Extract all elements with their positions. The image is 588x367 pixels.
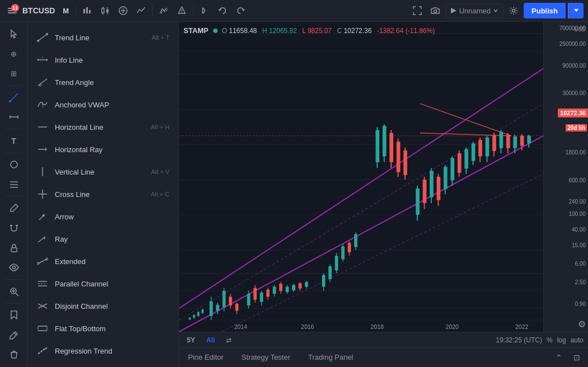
svg-line-65 <box>43 304 47 306</box>
svg-text:i: i <box>42 55 43 59</box>
period-5y[interactable]: 5Y <box>184 335 199 345</box>
svg-point-75 <box>45 348 47 350</box>
compare-button[interactable] <box>133 3 149 18</box>
crosshair-tool[interactable]: ⊕ <box>4 44 24 63</box>
svg-point-21 <box>9 100 11 102</box>
drawing-item-trend-angle[interactable]: Trend Angle <box>28 71 178 93</box>
drawing-label-trend-line: Trend Line <box>55 34 145 42</box>
drawing-icon-disjoint-channel <box>37 300 48 312</box>
svg-line-37 <box>14 333 16 335</box>
sidebar-divider-3 <box>6 153 22 153</box>
zoom-in-tool[interactable] <box>4 281 24 301</box>
svg-point-18 <box>512 10 515 12</box>
svg-marker-49 <box>45 148 47 151</box>
drawing-icon-trend-angle <box>37 77 48 88</box>
tab-strategy-tester[interactable]: Strategy Tester <box>233 348 299 367</box>
chart-area[interactable]: STAMP O 11658.48 H 12065.82 L 9825.07 C … <box>179 22 543 332</box>
redo-button[interactable] <box>233 3 248 18</box>
svg-rect-131 <box>298 283 302 288</box>
drawing-icon-trend-line <box>37 32 48 43</box>
drawing-icon-horizontal-ray <box>37 144 48 155</box>
drawing-label-parallel-channel: Parallel Channel <box>55 280 170 288</box>
change-value: -1382.64 (-11.86%) <box>377 27 435 35</box>
fibonacci-tool[interactable] <box>4 175 24 194</box>
menu-button[interactable]: 11 <box>4 3 20 18</box>
drawing-item-arrow[interactable]: Arrow <box>28 205 178 228</box>
add-indicator-button[interactable] <box>115 3 131 18</box>
svg-rect-177 <box>486 138 490 156</box>
tab-trading-panel[interactable]: Trading Panel <box>299 348 362 367</box>
divider-1 <box>76 5 76 16</box>
time-badge: 20d 5h <box>566 124 587 131</box>
drawing-item-horizontal-line[interactable]: Horizontal Line Alt + H <box>28 116 178 138</box>
svg-rect-123 <box>273 287 276 294</box>
drawing-item-ray[interactable]: Ray <box>28 228 178 250</box>
tab-controls: ⌃ ⊡ <box>552 351 588 364</box>
screenshot-button[interactable] <box>427 3 443 18</box>
settings-button[interactable] <box>506 3 521 18</box>
drawing-item-anchored-vwap[interactable]: Anchored VWAP <box>28 93 178 116</box>
live-dot <box>213 29 218 33</box>
drawing-item-regression-trend[interactable]: Regression Trend <box>28 340 178 362</box>
svg-rect-145 <box>354 234 357 247</box>
price-level-40_00: 40.00 <box>572 227 586 233</box>
drawing-label-vertical-line: Vertical Line <box>55 168 144 176</box>
drawing-label-regression-trend: Regression Trend <box>55 347 170 355</box>
compare-timeseries-btn[interactable]: ⇄ <box>223 334 235 346</box>
main-area: ⊕ ⊞ T <box>0 22 588 367</box>
drawing-item-trend-line[interactable]: Trend Line Alt + T <box>28 26 178 49</box>
chart-name-button[interactable]: Unnamed <box>445 4 504 18</box>
drawing-item-cross-line[interactable]: Cross Line Alt + C <box>28 183 178 205</box>
fullscreen-button[interactable] <box>410 3 425 18</box>
tab-pine-editor[interactable]: Pine Editor <box>179 348 233 367</box>
timeframe-button[interactable]: M <box>59 6 72 16</box>
bar-chart-button[interactable] <box>79 3 95 18</box>
replay-start-button[interactable] <box>197 3 213 18</box>
alert-button[interactable] <box>174 3 190 18</box>
svg-rect-115 <box>247 294 251 305</box>
svg-text:2014: 2014 <box>234 323 247 330</box>
symbol-label[interactable]: BTCUSD <box>22 6 55 15</box>
drawing-item-flat-top-bottom[interactable]: Flat Top/Bottom <box>28 317 178 340</box>
text-tool[interactable]: T <box>4 131 24 150</box>
drawing-tool[interactable] <box>4 87 24 107</box>
left-sidebar: ⊕ ⊞ T <box>0 22 28 367</box>
drawing-item-horizontal-ray[interactable]: Horizontal Ray <box>28 138 178 161</box>
cursor-tool[interactable] <box>4 24 24 44</box>
svg-rect-141 <box>341 246 345 259</box>
candle-chart-button[interactable] <box>97 3 113 18</box>
svg-text:2020: 2020 <box>446 323 459 330</box>
brush-tool[interactable] <box>4 198 24 218</box>
lock-tool[interactable] <box>4 238 24 257</box>
undo-button[interactable] <box>215 3 231 18</box>
period-all[interactable]: All <box>203 335 218 345</box>
shapes-tool[interactable] <box>4 155 24 175</box>
drawing-item-parallel-channel[interactable]: Parallel Channel <box>28 272 178 295</box>
svg-rect-155 <box>403 150 407 175</box>
price-axis-settings[interactable]: ⚙ <box>578 319 586 330</box>
visibility-tool[interactable] <box>4 258 24 277</box>
drawing-item-info-line[interactable]: i Info Line <box>28 49 178 71</box>
drawing-item-disjoint-channel[interactable]: Disjoint Channel <box>28 295 178 317</box>
zoom-tool[interactable]: ⊞ <box>4 64 24 83</box>
log-toggle[interactable]: log <box>557 336 566 344</box>
tab-expand-button[interactable]: ⊡ <box>570 351 584 364</box>
edit-tool[interactable] <box>4 325 24 345</box>
tab-minimize-button[interactable]: ⌃ <box>552 351 566 364</box>
percent-toggle[interactable]: % <box>547 336 553 344</box>
drawing-item-extended[interactable]: Extended <box>28 250 178 272</box>
drawing-item-vertical-line[interactable]: Vertical Line Alt + V <box>28 161 178 183</box>
svg-rect-175 <box>478 140 482 156</box>
measure-tool[interactable] <box>4 107 24 127</box>
delete-tool[interactable] <box>4 345 24 364</box>
watchlist-tool[interactable] <box>4 305 24 325</box>
indicator-template-button[interactable] <box>156 3 172 18</box>
publish-dropdown-button[interactable] <box>568 3 584 18</box>
price-level-90000_00: 90000.00 <box>562 62 586 68</box>
publish-button[interactable]: Publish <box>524 3 566 18</box>
magnet-tool[interactable] <box>4 218 24 238</box>
svg-text:2016: 2016 <box>301 323 314 330</box>
auto-toggle[interactable]: auto <box>571 336 584 344</box>
svg-line-38 <box>38 34 47 41</box>
divider-3 <box>193 5 194 16</box>
